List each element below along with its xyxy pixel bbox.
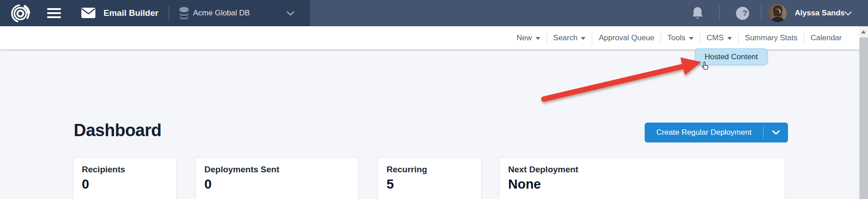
nav-divider [700, 32, 700, 44]
nav-divider [547, 32, 547, 44]
user-name: Alyssa Sands [795, 0, 845, 26]
card-value: 5 [387, 177, 472, 192]
topbar-divider [169, 6, 169, 20]
nav-item-search[interactable]: Search [553, 33, 586, 43]
notifications-bell-icon[interactable] [691, 6, 704, 21]
hamburger-menu-icon[interactable] [47, 8, 61, 19]
nav-label: Search [553, 33, 578, 43]
dropdown-item-label: Hosted Content [704, 52, 758, 62]
nav-divider [592, 32, 592, 44]
chevron-down-icon [727, 37, 732, 40]
card-title: Next Deployment [508, 165, 776, 175]
dashboard-content: Dashboard Create Regular Deployment Reci… [0, 49, 868, 199]
stat-card-recipients: Recipients 0 Past 30 Days [73, 157, 177, 199]
nav-label: Summary Stats [745, 33, 797, 43]
database-name: Acme Global DB [193, 0, 250, 26]
nav-label: New [517, 33, 532, 43]
chevron-down-icon [689, 37, 693, 40]
question-mark-glyph: ? [743, 7, 747, 20]
card-value: 0 [204, 177, 349, 192]
help-icon[interactable]: ? [736, 7, 749, 20]
user-avatar[interactable] [769, 4, 787, 22]
app-title: Email Builder [104, 0, 158, 26]
page-title: Dashboard [74, 121, 161, 140]
nav-items: New Search Approval Queue Tools CMS [517, 26, 842, 49]
topbar-divider [719, 5, 720, 21]
nav-label: Calendar [811, 33, 842, 43]
scrollbar-up-arrow[interactable] [859, 26, 868, 37]
top-bar: Email Builder Acme Global DB ? [0, 0, 868, 26]
nav-divider [804, 32, 804, 44]
stat-card-recurring: Recurring 5 Actively Scheduled [377, 157, 481, 199]
triangle-up-icon [861, 30, 866, 33]
email-envelope-icon [81, 8, 95, 18]
card-title: Recurring [387, 165, 472, 175]
nav-label: Tools [667, 33, 685, 43]
vertical-scrollbar[interactable] [859, 26, 868, 199]
nav-label: CMS [707, 33, 724, 43]
chevron-down-icon[interactable] [844, 11, 852, 16]
nav-item-cms[interactable]: CMS [707, 33, 732, 43]
nav-item-new[interactable]: New [517, 33, 540, 43]
nav-item-calendar[interactable]: Calendar [811, 33, 842, 43]
cms-dropdown-item-hosted-content[interactable]: Hosted Content [695, 48, 768, 65]
database-icon [178, 7, 190, 19]
card-value: None [508, 177, 776, 192]
create-button-dropdown-toggle[interactable] [764, 123, 788, 142]
card-title: Recipients [82, 165, 168, 175]
chevron-down-icon [536, 37, 540, 40]
card-title: Deployments Sent [204, 165, 349, 175]
card-value: 0 [82, 177, 168, 192]
stat-card-deployments-sent: Deployments Sent 0 Past 30 Days [195, 157, 359, 199]
app-logo-icon[interactable] [10, 3, 30, 23]
database-selector[interactable]: Acme Global DB [175, 0, 310, 26]
create-regular-deployment-button[interactable]: Create Regular Deployment [645, 123, 788, 142]
chevron-down-icon [287, 11, 294, 16]
create-button-label: Create Regular Deployment [645, 123, 763, 142]
nav-item-approval-queue[interactable]: Approval Queue [599, 33, 654, 43]
nav-divider [738, 32, 739, 44]
nav-divider [660, 32, 661, 44]
app-screen: Email Builder Acme Global DB ? [0, 0, 868, 199]
scrollbar-thumb[interactable] [859, 38, 868, 199]
chevron-down-icon [581, 37, 585, 40]
chevron-down-icon [772, 130, 780, 135]
nav-item-summary-stats[interactable]: Summary Stats [745, 33, 797, 43]
nav-item-tools[interactable]: Tools [667, 33, 693, 43]
stat-card-next-deployment: Next Deployment None Deployment Name [499, 157, 785, 199]
nav-label: Approval Queue [599, 33, 654, 43]
topbar-divider [761, 5, 761, 21]
main-nav-bar: New Search Approval Queue Tools CMS [0, 26, 868, 49]
